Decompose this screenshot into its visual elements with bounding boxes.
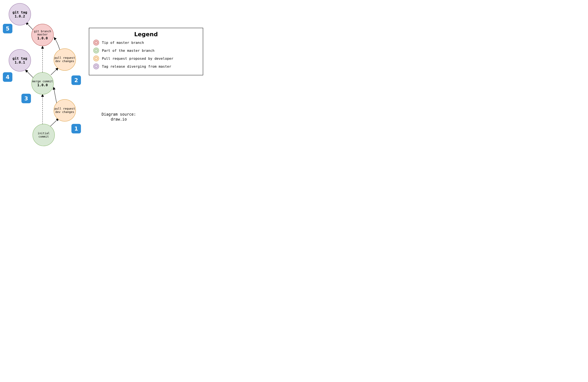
node-tag-102-line1: git tag	[13, 10, 27, 14]
svg-line-5	[26, 22, 33, 30]
diagram-stage: git tag 1.0.2 git branch master 1.0.0 gi…	[0, 0, 232, 151]
legend-swatch-purple	[93, 64, 99, 69]
caption-line2: draw.io	[102, 117, 136, 122]
diagram-caption: Diagram source: draw.io	[102, 112, 136, 122]
svg-line-2	[49, 118, 59, 127]
step-badge-3: 3	[21, 94, 31, 103]
legend-row-purple: Tag release diverging from master	[93, 64, 199, 69]
node-merge-commit: merge commit 1.0.0	[31, 72, 54, 94]
node-tag-102-line2: 1.0.2	[15, 14, 25, 18]
step-badge-4: 4	[3, 72, 12, 82]
legend-title: Legend	[93, 31, 199, 38]
svg-line-3	[51, 68, 58, 75]
node-pr-2: pull request dev changes	[54, 48, 76, 71]
node-merge-line1: merge commit	[32, 80, 53, 83]
legend-label-green: Part of the master branch	[102, 49, 154, 53]
legend-label-purple: Tag release diverging from master	[102, 65, 171, 68]
legend-swatch-red	[93, 40, 99, 45]
node-master-line3: 1.0.0	[37, 36, 48, 40]
node-merge-line2: 1.0.0	[37, 83, 48, 87]
legend-row-red: Tip of master branch	[93, 40, 199, 45]
svg-line-4	[25, 70, 33, 78]
legend-swatch-orange	[93, 56, 99, 61]
node-initial-commit: initial commit	[33, 124, 55, 146]
node-pr-1-line1: pull request	[54, 107, 75, 110]
step-badge-5: 5	[3, 24, 12, 33]
node-tag-101: git tag 1.0.1	[9, 49, 31, 71]
node-pr-2-line1: pull request	[54, 56, 75, 60]
legend-row-green: Part of the master branch	[93, 48, 199, 53]
node-pr-2-line2: dev changes	[55, 60, 74, 63]
node-initial-line2: commit	[38, 135, 49, 138]
node-master-line2: master	[37, 33, 48, 36]
legend-row-orange: Pull request proposed by developer	[93, 56, 199, 61]
caption-line1: Diagram source:	[102, 112, 136, 117]
node-master-line1: git branch	[34, 30, 51, 33]
node-tag-101-line1: git tag	[13, 56, 27, 60]
legend-label-red: Tip of master branch	[102, 41, 144, 45]
legend-swatch-green	[93, 48, 99, 53]
node-tag-102: git tag 1.0.2	[9, 3, 31, 25]
step-badge-1: 1	[71, 124, 81, 134]
node-master: git branch master 1.0.0	[31, 24, 54, 46]
legend-label-orange: Pull request proposed by developer	[102, 57, 173, 61]
node-pr-1: pull request dev changes	[54, 99, 76, 121]
node-initial-line1: initial	[38, 132, 50, 135]
node-pr-1-line2: dev changes	[55, 110, 74, 114]
step-badge-2: 2	[71, 75, 81, 85]
legend-box: Legend Tip of master branch Part of the …	[89, 28, 203, 75]
node-tag-101-line2: 1.0.1	[15, 60, 25, 64]
